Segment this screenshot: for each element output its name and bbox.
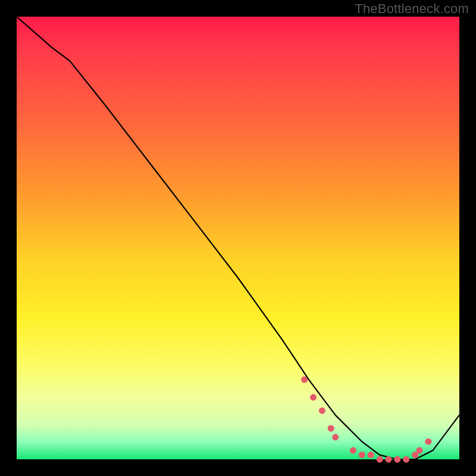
marker-dot: [310, 394, 317, 400]
marker-dots: [301, 377, 431, 463]
marker-dot: [377, 456, 383, 463]
marker-dot: [350, 447, 356, 454]
marker-dot: [386, 456, 392, 463]
marker-dot: [368, 452, 374, 458]
marker-dot: [359, 452, 365, 458]
chart-svg: [17, 17, 459, 459]
plot-area: [17, 17, 459, 459]
chart-frame: TheBottleneck.com: [0, 0, 476, 476]
watermark-text: TheBottleneck.com: [355, 1, 469, 17]
marker-dot: [425, 439, 431, 445]
marker-dot: [319, 408, 325, 414]
curve-line: [17, 17, 459, 459]
marker-dot: [301, 377, 308, 383]
marker-dot: [328, 425, 334, 431]
marker-dot: [394, 456, 400, 463]
marker-dot: [403, 456, 409, 463]
marker-dot: [332, 434, 339, 440]
marker-dot: [416, 447, 423, 454]
